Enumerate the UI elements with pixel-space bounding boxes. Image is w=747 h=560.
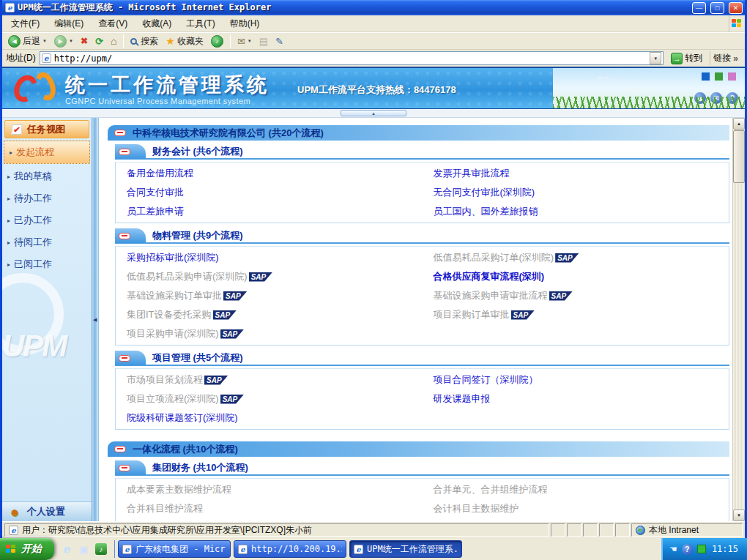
- process-link[interactable]: 采购招标审批(深圳院): [127, 251, 219, 264]
- process-link[interactable]: 备用金借用流程: [127, 167, 193, 180]
- forward-button[interactable]: ▶ ▼: [51, 34, 76, 48]
- vertical-scrollbar[interactable]: ▲ ▼: [732, 118, 745, 521]
- sap-icon: SAP: [223, 291, 248, 301]
- sidebar-item[interactable]: ▸发起流程: [4, 141, 90, 164]
- process-link[interactable]: 发票开具审批流程: [434, 167, 510, 180]
- scroll-down-button[interactable]: ▼: [733, 509, 745, 521]
- integrated-groups: 集团财务 (共10个流程)成本要素主数据维护流程合并单元、合并组维护流程合并科目…: [108, 461, 729, 521]
- address-dropdown-icon[interactable]: ▼: [650, 52, 661, 64]
- menu-item[interactable]: 工具(T): [179, 15, 222, 33]
- menu-item[interactable]: 编辑(E): [47, 15, 91, 33]
- process-item-disabled: 会计科目主数据维护: [434, 502, 519, 515]
- process-group: 集团财务 (共10个流程)成本要素主数据维护流程合并单元、合并组维护流程合并科目…: [115, 461, 729, 521]
- address-label: 地址(D): [6, 52, 36, 64]
- screen: e UPM统一工作流管理系统 - Microsoft Internet Expl…: [0, 0, 747, 560]
- maximize-button[interactable]: □: [710, 2, 724, 14]
- group-collapse-tab[interactable]: [115, 228, 146, 243]
- group-collapse-tab[interactable]: [115, 460, 146, 475]
- collapse-minus-icon[interactable]: [119, 355, 130, 362]
- group-collapse-tab[interactable]: [115, 351, 146, 365]
- quick-launch-window-icon[interactable]: ▣: [78, 543, 90, 556]
- process-row: 采购招标审批(深圳院)低值易耗品采购订单(深圳院)SAP: [116, 248, 729, 267]
- process-link[interactable]: 项目合同签订（深圳院）: [434, 373, 538, 387]
- scrollbar-track[interactable]: [733, 183, 745, 509]
- mail-button[interactable]: ✉ ▼: [234, 35, 255, 48]
- close-button[interactable]: ✕: [729, 2, 743, 14]
- sidebar-item[interactable]: ▸待阅工作: [2, 231, 92, 253]
- help-round-icon[interactable]: ?: [726, 92, 739, 105]
- process-cell: 客户信息管理流程: [116, 518, 423, 521]
- process-link[interactable]: 合格供应商复审流程(深圳): [434, 270, 545, 283]
- sidebar-header-task-view: ✔ 任务视图: [4, 120, 89, 138]
- group-collapse-tab[interactable]: [115, 144, 146, 159]
- process-link[interactable]: 员工差旅申请: [127, 205, 184, 218]
- minimize-button[interactable]: —: [692, 2, 706, 14]
- refresh-button[interactable]: ⟳: [92, 35, 106, 48]
- status-bar: e 用户：研究院\信息技术中心\应用集成研究所\应用开发室\[PCITZXQ]朱…: [2, 521, 745, 538]
- process-link[interactable]: 合同支付审批: [127, 186, 184, 199]
- process-link[interactable]: 院级科研课题签订(深圳院): [127, 411, 238, 425]
- search-button[interactable]: 搜索: [127, 34, 161, 48]
- scroll-up-button[interactable]: ▲: [733, 118, 745, 130]
- sidebar-item[interactable]: ▸待办工作: [2, 187, 92, 209]
- quick-launch-ie-icon[interactable]: e: [60, 543, 73, 556]
- collapse-minus-icon[interactable]: [114, 130, 126, 136]
- menu-item[interactable]: 帮助(H): [223, 15, 267, 33]
- process-cell: 员工国内、国外差旅报销: [423, 202, 729, 221]
- collapse-sidebar-icon[interactable]: ◀: [93, 317, 97, 323]
- sidebar-item[interactable]: ▸已阅工作: [2, 253, 92, 275]
- process-link[interactable]: 研发课题申报: [434, 392, 491, 406]
- contact-icon[interactable]: ☻: [694, 92, 707, 105]
- favorites-button[interactable]: ★ 收藏夹: [163, 34, 207, 48]
- process-link[interactable]: 无合同支付审批(深圳院): [434, 186, 535, 199]
- sap-icon: SAP: [220, 329, 245, 339]
- tray-hand-icon[interactable]: ☚: [669, 544, 677, 554]
- item-arrow-icon: ▸: [7, 239, 10, 246]
- collapse-minus-icon[interactable]: [119, 233, 130, 239]
- collapse-minus-icon[interactable]: [114, 446, 126, 452]
- back-button[interactable]: ◀ 后退 ▼: [5, 34, 50, 48]
- process-link[interactable]: 员工国内、国外差旅报销: [434, 205, 538, 218]
- browser-toolbar: ◀ 后退 ▼ ▶ ▼ ✖ ⟳ ⌂ 搜索 ★ 收藏夹 ♪ ✉: [2, 32, 745, 50]
- collapse-minus-icon[interactable]: [119, 149, 130, 155]
- status-zone-pane: 本地 Intranet: [631, 523, 743, 537]
- start-button[interactable]: 开始: [0, 538, 54, 560]
- quick-launch-media-icon[interactable]: ♪: [95, 543, 107, 555]
- menu-item[interactable]: 收藏(A): [135, 15, 179, 33]
- integrated-header-label: 一体化流程 (共10个流程): [133, 443, 238, 456]
- go-button[interactable]: → 转到: [667, 51, 706, 65]
- edit-button[interactable]: ✎: [272, 35, 286, 48]
- sidebar-footer-personal-settings[interactable]: ☻ 个人设置: [2, 501, 92, 521]
- tray-help-icon[interactable]: ?: [682, 544, 693, 555]
- taskbar-task-button[interactable]: eUPM统一工作流管理系...: [349, 540, 462, 558]
- process-cell: 项目立项流程(深圳院)SAP: [116, 389, 423, 408]
- mail-round-icon[interactable]: ✉: [710, 92, 723, 105]
- home-button[interactable]: ⌂: [108, 34, 119, 48]
- taskbar-task-button[interactable]: e广东核电集团 - Micr...: [118, 540, 231, 558]
- print-button[interactable]: ▤: [256, 35, 271, 48]
- process-cell: 基础设施采购订单审批SAP: [116, 286, 423, 305]
- sidebar-item[interactable]: ▸已办工作: [2, 209, 92, 231]
- back-dropdown-icon[interactable]: ▼: [42, 39, 47, 43]
- collapse-banner-button[interactable]: ▲: [341, 110, 406, 116]
- media-button[interactable]: ♪: [208, 34, 226, 48]
- item-arrow-icon: ▸: [7, 195, 10, 202]
- process-row: 项目采购申请(深圳院)SAP: [116, 324, 729, 343]
- mail-dropdown-icon[interactable]: ▼: [248, 39, 252, 43]
- stop-button[interactable]: ✖: [78, 35, 91, 47]
- sidebar-splitter[interactable]: ◀: [92, 118, 99, 521]
- address-input[interactable]: e http://upm/ ▼: [40, 51, 664, 65]
- collapse-minus-icon[interactable]: [119, 465, 130, 471]
- sidebar-item[interactable]: ▸我的草稿: [2, 165, 92, 187]
- tray-network-icon[interactable]: [697, 545, 706, 553]
- forward-dropdown-icon[interactable]: ▼: [69, 39, 73, 43]
- browser-window: e UPM统一工作流管理系统 - Microsoft Internet Expl…: [0, 0, 747, 538]
- scrollbar-thumb[interactable]: [733, 130, 745, 183]
- banner-squares: [702, 72, 736, 81]
- sap-icon: SAP: [213, 310, 237, 320]
- taskbar-task-button[interactable]: ehttp://10.200.19.2:...: [234, 540, 346, 558]
- menu-item[interactable]: 查看(V): [91, 15, 135, 33]
- menu-item[interactable]: 文件(F): [4, 15, 47, 33]
- process-cell: 会计科目主数据维护: [423, 499, 729, 518]
- links-button[interactable]: 链接 »: [710, 51, 741, 65]
